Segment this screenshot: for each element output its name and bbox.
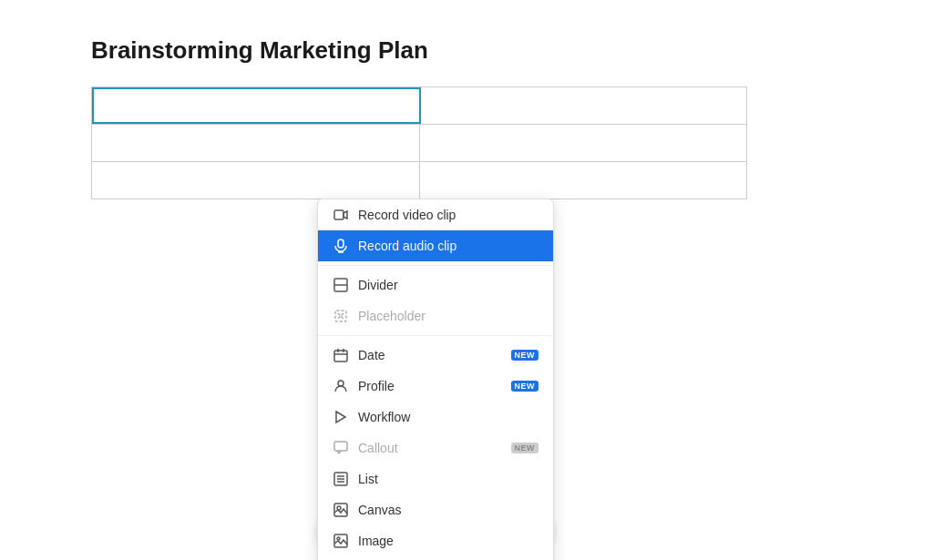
menu-item-label: Profile: [358, 379, 502, 393]
menu-item-divider[interactable]: Divider: [318, 270, 553, 300]
table-cell[interactable]: [420, 162, 747, 199]
context-menu: Record video clipRecord audio clipDivide…: [317, 199, 554, 560]
table-cell[interactable]: [92, 162, 420, 199]
menu-item-label: Canvas: [358, 503, 538, 517]
menu-item-workflow[interactable]: Workflow: [318, 402, 553, 433]
table-cell[interactable]: [92, 125, 420, 161]
menu-item-canvas[interactable]: Canvas: [318, 494, 553, 525]
menu-item-label: Divider: [358, 278, 538, 292]
menu-divider: [318, 265, 553, 266]
menu-item-label: Record audio clip: [358, 239, 538, 253]
svg-rect-0: [334, 210, 343, 219]
new-badge: NEW: [511, 443, 539, 453]
placeholder-icon: [333, 308, 349, 324]
menu-divider: [318, 335, 553, 336]
menu-item-label: Date: [358, 348, 502, 362]
table-cell[interactable]: [420, 125, 747, 161]
workflow-icon: [333, 409, 349, 425]
svg-rect-1: [338, 239, 343, 248]
image-icon: [333, 533, 349, 549]
profile-icon: [333, 378, 349, 394]
svg-point-13: [338, 381, 343, 386]
svg-rect-20: [334, 504, 347, 516]
mic-icon: [333, 238, 349, 254]
menu-item-record-audio[interactable]: Record audio clip: [318, 230, 553, 261]
page-title: Brainstorming Marketing Plan: [91, 36, 842, 65]
new-badge: NEW: [511, 381, 539, 392]
new-badge: NEW: [511, 350, 539, 361]
menu-item-date[interactable]: DateNEW: [318, 340, 553, 371]
menu-item-label: Record video clip: [358, 208, 538, 222]
table-container: [91, 87, 747, 199]
menu-item-file[interactable]: FileCtrl+U: [318, 556, 553, 560]
table-cell-active[interactable]: [92, 87, 421, 124]
svg-rect-6: [335, 311, 346, 321]
menu-item-label: Workflow: [358, 410, 538, 424]
menu-item-callout: CalloutNEW: [318, 433, 553, 463]
canvas-icon: [333, 502, 349, 518]
divider-icon: [333, 277, 349, 293]
callout-icon: [333, 440, 349, 456]
menu-item-label: Image: [358, 534, 538, 548]
table-row: [92, 87, 746, 125]
svg-point-23: [337, 537, 340, 540]
menu-item-profile[interactable]: ProfileNEW: [318, 371, 553, 402]
table-row: [92, 125, 746, 162]
menu-item-label: Placeholder: [358, 309, 538, 323]
menu-item-image[interactable]: Image: [318, 525, 553, 556]
menu-item-label: List: [358, 472, 538, 486]
menu-item-list[interactable]: List: [318, 463, 553, 494]
menu-item-label: Callout: [358, 441, 502, 455]
svg-rect-9: [334, 351, 347, 361]
list-icon: [333, 471, 349, 487]
svg-rect-15: [334, 442, 347, 451]
svg-rect-22: [334, 535, 347, 547]
table-cell[interactable]: [421, 87, 746, 124]
menu-item-record-video[interactable]: Record video clip: [318, 199, 553, 230]
calendar-icon: [333, 347, 349, 363]
table-row: [92, 162, 746, 199]
video-icon: [333, 207, 349, 223]
menu-item-placeholder: Placeholder: [318, 300, 553, 331]
svg-marker-14: [336, 412, 345, 423]
